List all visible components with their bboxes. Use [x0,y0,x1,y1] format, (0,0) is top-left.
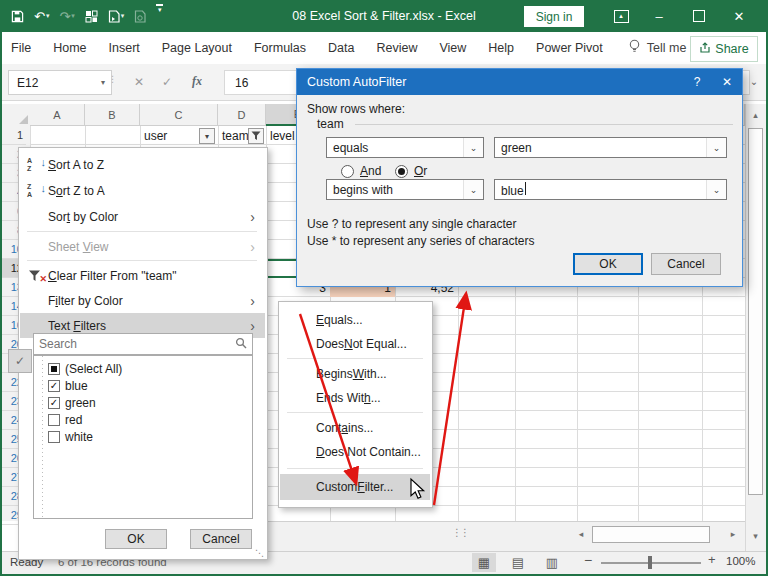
column-header-A[interactable]: A [30,104,85,126]
enter-formula-icon[interactable]: ✓ [154,70,180,93]
text-cursor [525,182,526,195]
name-box-dropdown-icon[interactable]: ▾ [101,78,105,87]
tell-me-box[interactable]: Tell me [628,39,687,57]
submenu-item-contains[interactable]: Contains... [280,416,430,439]
check-button[interactable]: ✓ [8,349,32,373]
tab-help[interactable]: Help [477,32,525,64]
search-icon[interactable] [230,335,252,353]
zoom-out-icon[interactable]: − [584,552,592,568]
menu-item-sort-z-to-a[interactable]: ZA↓ Sort Z to A [20,178,265,203]
page-break-preview-icon[interactable]: ▥ [540,553,564,572]
filter-ok-button[interactable]: OK [105,529,167,549]
minimize-icon[interactable]: – [642,0,676,32]
submenu-item-custom-filter[interactable]: Custom Filter... [280,474,430,500]
zoom-slider-thumb[interactable] [648,556,652,569]
menu-resize-grip[interactable]: ⋱ [255,548,264,558]
sort-az-icon: AZ↓ [20,157,48,173]
expand-formula-bar-icon[interactable]: ⌄ [744,70,764,93]
vscroll-thumb[interactable] [748,128,763,495]
close-icon[interactable]: ✕ [722,0,756,32]
formula-bar-splitter[interactable]: ⋮ [108,74,118,84]
save-icon[interactable] [8,4,27,28]
tab-home[interactable]: Home [42,32,97,64]
hscroll-right-icon[interactable]: ▸ [724,524,742,543]
filter-value-blue[interactable]: ✓blue [48,377,88,394]
filter-value-white[interactable]: white [48,428,93,445]
name-box[interactable]: E12 ▾ [8,70,112,95]
tab-split-handle[interactable]: ⋮⋮ [452,527,464,543]
tab-formulas[interactable]: Formulas [243,32,317,64]
submenu-item-ends-with[interactable]: Ends With... [280,386,430,409]
tab-insert[interactable]: Insert [98,32,151,64]
submenu-arrow-icon: › [250,293,255,309]
chevron-down-icon[interactable]: ⌄ [706,180,726,199]
paste-preview-icon[interactable]: ▾ [105,4,128,28]
vscroll-up-icon[interactable]: ▴ [746,106,765,124]
dialog-help-icon[interactable]: ? [682,69,712,95]
maximize-icon[interactable] [682,0,716,32]
tab-review[interactable]: Review [365,32,428,64]
radio-selected-icon [395,165,408,178]
unchecked-checkbox-icon[interactable] [48,414,60,426]
view-side-by-side-icon[interactable] [82,4,101,28]
page-layout-view-icon[interactable]: ▤ [506,553,530,572]
row-header-1[interactable]: 1 [0,126,26,145]
hscroll-thumb[interactable] [592,526,710,543]
submenu-item-does-not-equal[interactable]: Does Not Equal... [280,332,430,355]
tab-view[interactable]: View [428,32,477,64]
zoom-level[interactable]: 100% [726,555,755,567]
column-header-D[interactable]: D [218,104,266,126]
user-filter-dropdown-icon[interactable]: ▾ [199,128,215,144]
menu-item-sort-a-to-z[interactable]: AZ↓ Sort A to Z [20,152,265,177]
menu-item-sort-by-color[interactable]: Sort by Color › [20,204,265,229]
submenu-item-begins-with[interactable]: Begins With... [280,362,430,385]
zoom-in-icon[interactable]: + [708,552,716,567]
operator2-combobox[interactable]: begins with ⌄ [326,179,484,200]
dialog-title-bar[interactable]: Custom AutoFilter [297,69,742,95]
checked-checkbox-icon[interactable]: ✓ [48,397,60,409]
tab-power-pivot[interactable]: Power Pivot [525,32,614,64]
checked-checkbox-icon[interactable]: ✓ [48,380,60,392]
share-button[interactable]: Share [690,36,758,62]
dialog-ok-button[interactable]: OK [573,253,643,275]
indeterminate-checkbox-icon[interactable] [48,363,60,375]
tab-file[interactable]: File [0,32,42,64]
team-filter-funnel-icon[interactable] [248,128,264,144]
filter-cancel-button[interactable]: Cancel [190,529,252,549]
operator1-combobox[interactable]: equals ⌄ [326,137,484,158]
filter-value-selectall[interactable]: (Select All) [48,360,122,377]
tab-data[interactable]: Data [317,32,365,64]
value2-combobox[interactable]: blue ⌄ [494,179,727,200]
select-all-corner[interactable] [0,104,31,127]
insert-function-icon[interactable]: fx [184,70,210,93]
submenu-item-does-not-contain[interactable]: Does Not Contain... [280,440,430,463]
filter-search-box[interactable] [33,333,253,355]
dialog-close-icon[interactable]: ✕ [712,69,742,95]
menu-item-filter-by-color[interactable]: Filter by Color › [20,288,265,313]
filter-value-green[interactable]: ✓green [48,394,96,411]
chevron-down-icon[interactable]: ⌄ [463,138,483,157]
column-header-C[interactable]: C [140,104,218,126]
submenu-arrow-icon: › [250,239,255,255]
ribbon-display-options-icon[interactable]: ▴ [604,0,638,32]
unchecked-checkbox-icon[interactable] [48,431,60,443]
sign-in-button[interactable]: Sign in [524,6,584,27]
tab-page-layout[interactable]: Page Layout [151,32,243,64]
customize-qat-icon[interactable]: ▾ [153,4,166,28]
submenu-item-equals[interactable]: Equals... [280,308,430,331]
filter-value-red[interactable]: red [48,411,82,428]
cancel-formula-icon[interactable]: ✕ [126,70,152,93]
or-radio[interactable]: Or [395,164,427,178]
value1-combobox[interactable]: green ⌄ [494,137,727,158]
column-header-B[interactable]: B [85,104,140,126]
menu-item-clear-filter[interactable]: ✕ Clear Filter From "team" [20,263,265,288]
chevron-down-icon[interactable]: ⌄ [463,180,483,199]
and-radio[interactable]: And [341,164,381,178]
chevron-down-icon[interactable]: ⌄ [706,138,726,157]
hscroll-left-icon[interactable]: ◂ [572,524,590,543]
vscroll-down-icon[interactable]: ▾ [746,527,765,545]
undo-icon[interactable]: ↶▾ [31,4,52,28]
normal-view-icon[interactable]: ▦ [472,553,496,572]
search-input[interactable] [34,336,230,352]
dialog-cancel-button[interactable]: Cancel [651,253,721,275]
